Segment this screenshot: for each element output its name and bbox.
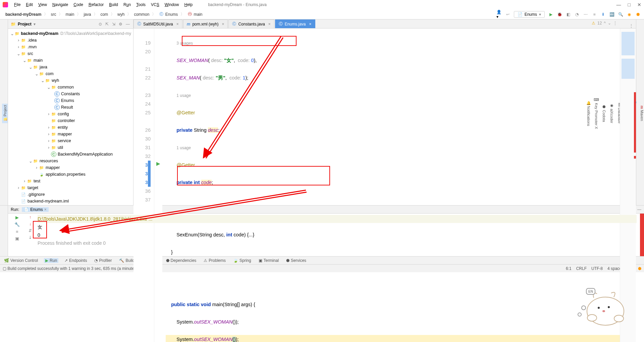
menu-run[interactable]: Run	[121, 2, 133, 8]
tab-constants[interactable]: ⒸConstants.java×	[228, 19, 274, 28]
crumb[interactable]: ⓜ main	[185, 11, 204, 18]
menu-view[interactable]: View	[36, 2, 49, 8]
tree-item[interactable]: common	[58, 85, 74, 90]
tree-item[interactable]: com	[46, 71, 54, 76]
translate-icon[interactable]: 🔤	[609, 12, 614, 17]
tree-item[interactable]: test	[34, 179, 40, 183]
minimize-button[interactable]: —	[616, 2, 621, 7]
tree-item[interactable]: mapper	[58, 132, 72, 136]
crumb[interactable]: com	[98, 11, 110, 17]
menu-build[interactable]: Build	[107, 2, 120, 8]
tree-item[interactable]: Result	[61, 105, 73, 110]
tree-item[interactable]: .mvn	[28, 45, 37, 49]
scroll-icon[interactable]: ⤓	[29, 235, 32, 240]
debug-button[interactable]: 🐞	[557, 12, 562, 17]
profile-button[interactable]: ◔	[574, 12, 580, 17]
tree-item[interactable]: backend-mydream.iml	[28, 199, 69, 204]
inspection-badge[interactable]: ⚠12^⌄⋮	[592, 21, 617, 25]
coverage-button[interactable]: ◧	[566, 12, 571, 17]
hide-run-icon[interactable]: —	[637, 207, 641, 212]
crumb[interactable]: java	[82, 11, 93, 17]
tool-actions-icon[interactable]: 🔧	[14, 222, 20, 227]
settings-icon[interactable]: ⬢	[635, 12, 641, 17]
menu-refactor[interactable]: Refactor	[87, 2, 106, 8]
search-icon[interactable]: 🔍	[618, 12, 623, 17]
bt-run[interactable]: ▶Run	[44, 258, 58, 263]
tab-saltmd5[interactable]: ⒸSaltMD5Util.java×	[133, 19, 182, 28]
menu-navigate[interactable]: Navigate	[50, 2, 70, 8]
close-icon[interactable]: ×	[309, 22, 312, 26]
collapse-all-icon[interactable]: ⇲	[111, 22, 116, 26]
tree-item[interactable]: main	[34, 58, 43, 63]
code-content[interactable]: 3 usages SEX_WOMAN( desc: "女", code: 0),…	[162, 28, 620, 342]
tree-item[interactable]: controller	[58, 118, 75, 123]
project-tree[interactable]: ⌄📁backend-myDreamD:\Tools\JavaWorkSpace\…	[8, 29, 133, 205]
bt-profiler[interactable]: ◔Profiler	[93, 258, 113, 263]
crumb[interactable]: common	[132, 11, 151, 17]
menu-help[interactable]: Help	[182, 2, 195, 8]
tree-item[interactable]: service	[58, 138, 71, 143]
crumb[interactable]: Ⓒ Enums	[157, 11, 180, 18]
user-icon[interactable]: 👤▾	[496, 12, 502, 17]
crumb[interactable]: main	[63, 11, 76, 17]
run-button[interactable]: ▶	[548, 12, 553, 17]
menu-vcs[interactable]: VCS	[149, 2, 161, 8]
tree-item[interactable]: config	[58, 112, 69, 116]
run-output[interactable]: D:\Tools\Java\JDK\JDK1.8\jdk1.8.0_281\bi…	[34, 214, 640, 256]
vcs-update-icon[interactable]: ⬇	[600, 12, 606, 17]
menu-code[interactable]: Code	[71, 2, 85, 8]
tree-item[interactable]: resources	[40, 159, 58, 163]
tree-item[interactable]: java	[40, 65, 47, 69]
run-tab[interactable]: 📄Enums×	[22, 207, 48, 212]
tree-item[interactable]: util	[58, 145, 63, 150]
tab-enums[interactable]: ⒸEnums.java×	[275, 19, 315, 28]
tree-item[interactable]: src	[28, 51, 33, 56]
expand-all-icon[interactable]: ⇱	[105, 22, 109, 26]
close-icon[interactable]: ×	[268, 22, 271, 26]
panel-settings-icon[interactable]: ⚙	[118, 22, 123, 26]
crumb[interactable]: wyh	[115, 11, 126, 17]
menu-file[interactable]: File	[12, 2, 22, 8]
rerun-button[interactable]: ▶	[15, 215, 19, 220]
tree-item[interactable]: mapper	[46, 165, 60, 170]
menu-edit[interactable]: Edit	[24, 2, 35, 8]
close-icon[interactable]: ×	[176, 22, 179, 26]
event-log-icon[interactable]: ▢	[3, 266, 6, 271]
editor[interactable]: 1920 2122 232425 263031323334353637 ▶ 3 …	[133, 28, 636, 342]
hide-panel-icon[interactable]: —	[125, 22, 130, 26]
layout-icon[interactable]: ▣	[15, 236, 19, 241]
tree-item[interactable]: BackendMyDreamApplication	[58, 152, 113, 157]
tree-item[interactable]: .gitignore	[28, 192, 45, 197]
crumb-root[interactable]: backend-myDream	[3, 11, 43, 17]
more-actions-button[interactable]: ⋯	[583, 12, 588, 17]
close-button[interactable]: ✕	[637, 2, 641, 7]
tool-project[interactable]: 📁 Project	[2, 104, 8, 123]
up-icon[interactable]: ↑	[29, 215, 31, 220]
crumb[interactable]: src	[49, 11, 58, 17]
tree-root[interactable]: backend-myDream	[21, 31, 58, 36]
tree-item[interactable]: entity	[58, 125, 68, 130]
bt-version-control[interactable]: 🌿Version Control	[3, 258, 39, 263]
tree-item[interactable]: .idea	[28, 38, 37, 43]
select-open-file-icon[interactable]: ⊙	[98, 22, 103, 26]
tab-more-icon[interactable]: ⋮	[627, 23, 636, 28]
tree-item[interactable]: Enums	[61, 98, 74, 103]
stop-button[interactable]: ■	[592, 12, 597, 17]
back-icon[interactable]: ↩	[505, 12, 511, 17]
run-gutter-icon[interactable]: ▶	[154, 159, 162, 168]
stop-icon[interactable]: ■	[16, 229, 18, 234]
tab-pom[interactable]: mpom.xml (wyh)×	[183, 19, 228, 28]
run-config-selector[interactable]: 📄Enums▾	[514, 11, 545, 18]
soft-wrap-icon[interactable]: ⇵	[29, 228, 32, 233]
menu-tools[interactable]: Tools	[134, 2, 148, 8]
bt-endpoints[interactable]: ↗Endpoints	[63, 258, 88, 263]
mem-icon[interactable]: ⬢	[638, 266, 641, 271]
menu-window[interactable]: Window	[163, 2, 181, 8]
down-icon[interactable]: ↓	[29, 222, 31, 226]
close-icon[interactable]: ×	[222, 22, 224, 26]
ide-icon[interactable]: ◉	[627, 12, 632, 17]
tree-item[interactable]: wyh	[52, 78, 59, 83]
tool-maven[interactable]: m Maven	[640, 106, 644, 121]
maximize-button[interactable]: □	[628, 2, 631, 7]
tree-item[interactable]: target	[28, 185, 38, 190]
